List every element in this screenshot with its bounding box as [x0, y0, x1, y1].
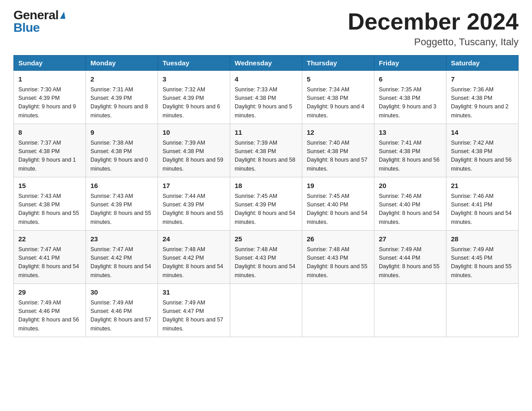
day-info: Sunrise: 7:41 AMSunset: 4:38 PMDaylight:…: [379, 139, 442, 174]
calendar-cell: [302, 284, 374, 337]
calendar-cell: 29 Sunrise: 7:49 AMSunset: 4:46 PMDaylig…: [14, 284, 86, 337]
calendar-cell: 24 Sunrise: 7:48 AMSunset: 4:42 PMDaylig…: [158, 231, 230, 284]
calendar-cell: 15 Sunrise: 7:43 AMSunset: 4:38 PMDaylig…: [14, 177, 86, 231]
day-number: 19: [307, 181, 369, 191]
day-info: Sunrise: 7:43 AMSunset: 4:39 PMDaylight:…: [90, 192, 153, 227]
day-info: Sunrise: 7:44 AMSunset: 4:39 PMDaylight:…: [163, 192, 225, 227]
calendar-cell: 22 Sunrise: 7:47 AMSunset: 4:41 PMDaylig…: [14, 231, 86, 284]
calendar-cell: 28 Sunrise: 7:49 AMSunset: 4:45 PMDaylig…: [446, 231, 519, 284]
day-info: Sunrise: 7:48 AMSunset: 4:43 PMDaylight:…: [235, 245, 297, 280]
day-number: 16: [90, 181, 153, 191]
day-info: Sunrise: 7:43 AMSunset: 4:38 PMDaylight:…: [18, 192, 81, 227]
day-number: 6: [379, 74, 442, 85]
day-number: 10: [163, 128, 225, 138]
calendar-cell: 5 Sunrise: 7:34 AMSunset: 4:38 PMDayligh…: [302, 71, 374, 124]
day-number: 20: [379, 181, 442, 191]
day-number: 2: [90, 74, 153, 85]
day-number: 8: [18, 128, 81, 138]
calendar-week-row: 22 Sunrise: 7:47 AMSunset: 4:41 PMDaylig…: [14, 231, 519, 284]
logo: General Blue: [13, 9, 65, 34]
day-info: Sunrise: 7:49 AMSunset: 4:44 PMDaylight:…: [379, 245, 442, 280]
day-number: 12: [307, 128, 369, 138]
calendar-cell: 12 Sunrise: 7:40 AMSunset: 4:38 PMDaylig…: [302, 124, 374, 177]
day-info: Sunrise: 7:47 AMSunset: 4:41 PMDaylight:…: [18, 245, 81, 280]
calendar-cell: [446, 284, 519, 337]
calendar-cell: 1 Sunrise: 7:30 AMSunset: 4:39 PMDayligh…: [14, 71, 86, 124]
calendar-cell: 26 Sunrise: 7:48 AMSunset: 4:43 PMDaylig…: [302, 231, 374, 284]
day-number: 14: [451, 128, 514, 138]
col-saturday: Saturday: [446, 56, 519, 71]
calendar-cell: 23 Sunrise: 7:47 AMSunset: 4:42 PMDaylig…: [86, 231, 158, 284]
day-number: 28: [451, 234, 514, 244]
calendar-week-row: 15 Sunrise: 7:43 AMSunset: 4:38 PMDaylig…: [14, 177, 519, 231]
calendar-cell: 2 Sunrise: 7:31 AMSunset: 4:39 PMDayligh…: [86, 71, 158, 124]
day-number: 27: [379, 234, 442, 244]
calendar-week-row: 29 Sunrise: 7:49 AMSunset: 4:46 PMDaylig…: [14, 284, 519, 337]
logo-general-text: General: [13, 9, 59, 21]
day-number: 4: [235, 74, 297, 85]
calendar-cell: 27 Sunrise: 7:49 AMSunset: 4:44 PMDaylig…: [374, 231, 446, 284]
day-info: Sunrise: 7:48 AMSunset: 4:42 PMDaylight:…: [163, 245, 225, 280]
day-number: 31: [163, 287, 225, 298]
calendar-cell: 30 Sunrise: 7:49 AMSunset: 4:46 PMDaylig…: [86, 284, 158, 337]
col-tuesday: Tuesday: [158, 56, 230, 71]
calendar-cell: 19 Sunrise: 7:45 AMSunset: 4:40 PMDaylig…: [302, 177, 374, 231]
calendar-cell: 4 Sunrise: 7:33 AMSunset: 4:38 PMDayligh…: [230, 71, 302, 124]
day-number: 3: [163, 74, 225, 85]
day-info: Sunrise: 7:38 AMSunset: 4:38 PMDaylight:…: [90, 139, 153, 174]
day-info: Sunrise: 7:45 AMSunset: 4:40 PMDaylight:…: [307, 192, 369, 227]
calendar-cell: 31 Sunrise: 7:49 AMSunset: 4:47 PMDaylig…: [158, 284, 230, 337]
day-info: Sunrise: 7:46 AMSunset: 4:41 PMDaylight:…: [451, 192, 514, 227]
calendar-cell: 7 Sunrise: 7:36 AMSunset: 4:38 PMDayligh…: [446, 71, 519, 124]
day-info: Sunrise: 7:39 AMSunset: 4:38 PMDaylight:…: [235, 139, 297, 174]
calendar-cell: 10 Sunrise: 7:39 AMSunset: 4:38 PMDaylig…: [158, 124, 230, 177]
day-number: 25: [235, 234, 297, 244]
calendar-header-row: Sunday Monday Tuesday Wednesday Thursday…: [14, 56, 519, 71]
day-info: Sunrise: 7:34 AMSunset: 4:38 PMDaylight:…: [307, 86, 369, 120]
day-info: Sunrise: 7:39 AMSunset: 4:38 PMDaylight:…: [163, 139, 225, 174]
calendar-cell: 25 Sunrise: 7:48 AMSunset: 4:43 PMDaylig…: [230, 231, 302, 284]
day-number: 13: [379, 128, 442, 138]
col-friday: Friday: [374, 56, 446, 71]
day-info: Sunrise: 7:49 AMSunset: 4:47 PMDaylight:…: [163, 299, 225, 334]
calendar-cell: [374, 284, 446, 337]
logo-triangle-icon: [60, 12, 65, 19]
day-info: Sunrise: 7:46 AMSunset: 4:40 PMDaylight:…: [379, 192, 442, 227]
day-info: Sunrise: 7:36 AMSunset: 4:38 PMDaylight:…: [451, 86, 514, 120]
day-number: 7: [451, 74, 514, 85]
page-header: General Blue December 2024 Poggetto, Tus…: [13, 9, 519, 48]
day-info: Sunrise: 7:47 AMSunset: 4:42 PMDaylight:…: [90, 245, 153, 280]
calendar-cell: 8 Sunrise: 7:37 AMSunset: 4:38 PMDayligh…: [14, 124, 86, 177]
calendar-cell: 16 Sunrise: 7:43 AMSunset: 4:39 PMDaylig…: [86, 177, 158, 231]
day-number: 18: [235, 181, 297, 191]
col-wednesday: Wednesday: [230, 56, 302, 71]
col-sunday: Sunday: [14, 56, 86, 71]
day-number: 23: [90, 234, 153, 244]
day-number: 21: [451, 181, 514, 191]
day-info: Sunrise: 7:32 AMSunset: 4:39 PMDaylight:…: [163, 86, 225, 120]
day-info: Sunrise: 7:49 AMSunset: 4:46 PMDaylight:…: [90, 299, 153, 334]
day-number: 29: [18, 287, 81, 298]
logo-blue-text: Blue: [13, 21, 65, 34]
day-number: 26: [307, 234, 369, 244]
page-title: December 2024: [348, 9, 519, 34]
calendar-cell: 20 Sunrise: 7:46 AMSunset: 4:40 PMDaylig…: [374, 177, 446, 231]
location-subtitle: Poggetto, Tuscany, Italy: [348, 36, 519, 48]
day-info: Sunrise: 7:48 AMSunset: 4:43 PMDaylight:…: [307, 245, 369, 280]
calendar-week-row: 1 Sunrise: 7:30 AMSunset: 4:39 PMDayligh…: [14, 71, 519, 124]
day-info: Sunrise: 7:35 AMSunset: 4:38 PMDaylight:…: [379, 86, 442, 120]
calendar-table: Sunday Monday Tuesday Wednesday Thursday…: [13, 55, 519, 337]
title-block: December 2024 Poggetto, Tuscany, Italy: [348, 9, 519, 48]
day-number: 17: [163, 181, 225, 191]
day-number: 24: [163, 234, 225, 244]
calendar-cell: 11 Sunrise: 7:39 AMSunset: 4:38 PMDaylig…: [230, 124, 302, 177]
calendar-cell: 14 Sunrise: 7:42 AMSunset: 4:38 PMDaylig…: [446, 124, 519, 177]
calendar-cell: 18 Sunrise: 7:45 AMSunset: 4:39 PMDaylig…: [230, 177, 302, 231]
day-number: 22: [18, 234, 81, 244]
day-info: Sunrise: 7:33 AMSunset: 4:38 PMDaylight:…: [235, 86, 297, 120]
col-monday: Monday: [86, 56, 158, 71]
day-number: 11: [235, 128, 297, 138]
day-info: Sunrise: 7:31 AMSunset: 4:39 PMDaylight:…: [90, 86, 153, 120]
calendar-cell: [230, 284, 302, 337]
calendar-cell: 3 Sunrise: 7:32 AMSunset: 4:39 PMDayligh…: [158, 71, 230, 124]
